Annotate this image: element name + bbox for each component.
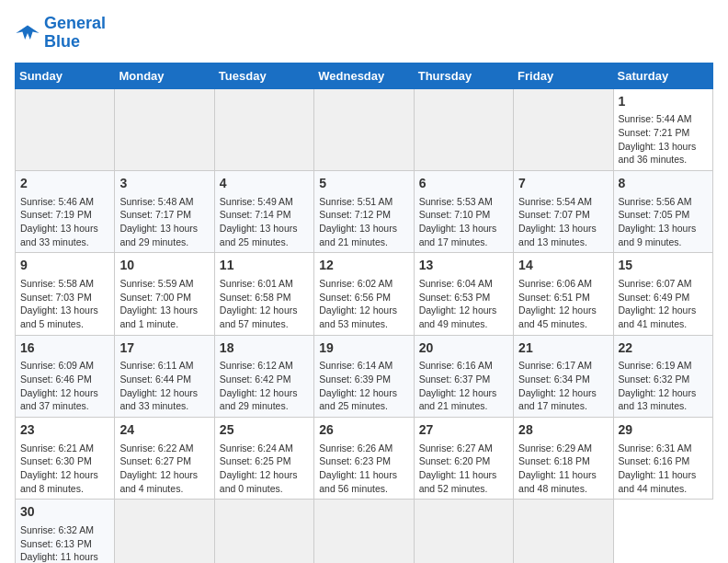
day-info-line: Sunset: 6:20 PM [419, 454, 508, 468]
day-info-line: Daylight: 11 hours [20, 550, 109, 563]
day-info-line: Daylight: 12 hours [619, 386, 708, 400]
calendar-day-empty [16, 88, 115, 170]
weekday-header-thursday: Thursday [414, 63, 513, 88]
calendar-day-empty [414, 88, 513, 170]
calendar-day-17: 17Sunrise: 6:11 AMSunset: 6:44 PMDayligh… [115, 335, 214, 417]
day-number: 7 [518, 175, 608, 193]
calendar-day-empty [314, 88, 414, 170]
day-info-line: Sunset: 6:39 PM [319, 373, 408, 386]
day-info-line: and 48 minutes. [518, 482, 608, 496]
day-info-line: Daylight: 11 hours [518, 468, 608, 482]
day-info-line: and 9 minutes. [619, 236, 708, 249]
day-info-line: Daylight: 12 hours [419, 304, 508, 317]
day-info-line: Sunset: 7:10 PM [419, 208, 508, 222]
day-info-line: and 33 minutes. [119, 399, 209, 413]
calendar-day-empty [514, 500, 613, 563]
calendar-day-15: 15Sunrise: 6:07 AMSunset: 6:49 PMDayligh… [613, 253, 712, 335]
day-info-line: Sunset: 6:42 PM [220, 373, 309, 386]
day-info-line: and 1 minute. [119, 317, 209, 331]
day-number: 4 [220, 175, 309, 193]
calendar-day-5: 5Sunrise: 5:51 AMSunset: 7:12 PMDaylight… [314, 170, 414, 252]
day-info-line: and 25 minutes. [220, 236, 309, 249]
day-number: 29 [619, 421, 708, 440]
day-info-line: and 25 minutes. [319, 399, 408, 413]
calendar-day-29: 29Sunrise: 6:31 AMSunset: 6:16 PMDayligh… [613, 417, 712, 499]
day-number: 30 [20, 503, 109, 522]
day-info-line: and 29 minutes. [220, 399, 309, 413]
day-number: 9 [20, 257, 109, 275]
day-info-line: Sunrise: 6:24 AM [220, 442, 309, 455]
day-number: 8 [619, 175, 708, 193]
calendar-table: SundayMondayTuesdayWednesdayThursdayFrid… [15, 63, 713, 563]
day-info-line: Sunset: 6:53 PM [419, 291, 508, 304]
day-info-line: Sunset: 6:13 PM [20, 537, 109, 551]
calendar-week-4: 23Sunrise: 6:21 AMSunset: 6:30 PMDayligh… [16, 417, 713, 499]
day-info-line: and 44 minutes. [619, 482, 708, 496]
calendar-day-2: 2Sunrise: 5:46 AMSunset: 7:19 PMDaylight… [16, 170, 115, 252]
day-number: 27 [419, 421, 508, 440]
day-info-line: Daylight: 12 hours [319, 304, 408, 317]
day-info-line: and 37 minutes. [20, 399, 109, 413]
day-info-line: Daylight: 11 hours [319, 468, 408, 482]
day-info-line: Sunset: 7:05 PM [619, 208, 708, 222]
page-header: General Blue [15, 15, 713, 52]
calendar-day-11: 11Sunrise: 6:01 AMSunset: 6:58 PMDayligh… [214, 253, 313, 335]
day-info-line: Daylight: 12 hours [220, 468, 309, 482]
day-number: 22 [619, 339, 708, 358]
day-info-line: Sunset: 7:03 PM [20, 291, 109, 304]
weekday-header-monday: Monday [115, 63, 214, 88]
calendar-day-3: 3Sunrise: 5:48 AMSunset: 7:17 PMDaylight… [115, 170, 214, 252]
day-info-line: Daylight: 12 hours [119, 468, 209, 482]
day-info-line: Sunset: 6:37 PM [419, 373, 508, 386]
day-info-line: Daylight: 13 hours [319, 222, 408, 236]
day-info-line: and 21 minutes. [319, 236, 408, 249]
day-number: 12 [319, 257, 408, 275]
calendar-day-27: 27Sunrise: 6:27 AMSunset: 6:20 PMDayligh… [414, 417, 513, 499]
day-info-line: Sunrise: 5:53 AM [419, 195, 508, 209]
day-number: 26 [319, 421, 408, 440]
day-info-line: and 4 minutes. [119, 482, 209, 496]
day-info-line: and 13 minutes. [518, 236, 608, 249]
calendar-day-9: 9Sunrise: 5:58 AMSunset: 7:03 PMDaylight… [16, 253, 115, 335]
day-info-line: Sunset: 7:12 PM [319, 208, 408, 222]
day-info-line: and 57 minutes. [220, 317, 309, 331]
day-number: 24 [119, 421, 209, 440]
day-info-line: Sunrise: 6:16 AM [419, 359, 508, 373]
day-info-line: Sunset: 7:19 PM [20, 208, 109, 222]
day-info-line: Sunset: 6:51 PM [518, 291, 608, 304]
day-info-line: Sunrise: 5:58 AM [20, 277, 109, 291]
calendar-day-7: 7Sunrise: 5:54 AMSunset: 7:07 PMDaylight… [514, 170, 613, 252]
day-info-line: Sunrise: 5:48 AM [119, 195, 209, 209]
calendar-day-empty [214, 500, 313, 563]
day-number: 28 [518, 421, 608, 440]
day-info-line: Daylight: 13 hours [518, 222, 608, 236]
calendar-day-13: 13Sunrise: 6:04 AMSunset: 6:53 PMDayligh… [414, 253, 513, 335]
day-info-line: Daylight: 13 hours [220, 222, 309, 236]
day-info-line: Sunrise: 6:11 AM [119, 359, 209, 373]
day-info-line: and 36 minutes. [619, 153, 708, 167]
day-info-line: Daylight: 13 hours [619, 222, 708, 236]
day-info-line: Daylight: 12 hours [319, 386, 408, 400]
logo: General Blue [15, 15, 106, 52]
calendar-day-empty [414, 500, 513, 563]
day-info-line: Sunrise: 6:29 AM [518, 442, 608, 455]
day-info-line: and 8 minutes. [20, 482, 109, 496]
day-number: 2 [20, 175, 109, 193]
day-info-line: and 0 minutes. [220, 482, 309, 496]
day-info-line: Sunrise: 5:46 AM [20, 195, 109, 209]
day-info-line: Sunrise: 6:01 AM [220, 277, 309, 291]
weekday-header-sunday: Sunday [16, 63, 115, 88]
day-info-line: and 56 minutes. [319, 482, 408, 496]
calendar-week-0: 1Sunrise: 5:44 AMSunset: 7:21 PMDaylight… [16, 88, 713, 170]
day-info-line: Sunset: 6:25 PM [220, 454, 309, 468]
day-info-line: Sunset: 7:14 PM [220, 208, 309, 222]
logo-icon [15, 20, 40, 46]
day-info-line: Sunrise: 6:12 AM [220, 359, 309, 373]
day-info-line: Sunset: 6:46 PM [20, 373, 109, 386]
calendar-day-28: 28Sunrise: 6:29 AMSunset: 6:18 PMDayligh… [514, 417, 613, 499]
day-number: 18 [220, 339, 309, 358]
calendar-body: 1Sunrise: 5:44 AMSunset: 7:21 PMDaylight… [16, 88, 713, 563]
day-info-line: and 33 minutes. [20, 236, 109, 249]
day-info-line: Sunset: 6:23 PM [319, 454, 408, 468]
day-info-line: Sunrise: 5:44 AM [619, 112, 708, 126]
